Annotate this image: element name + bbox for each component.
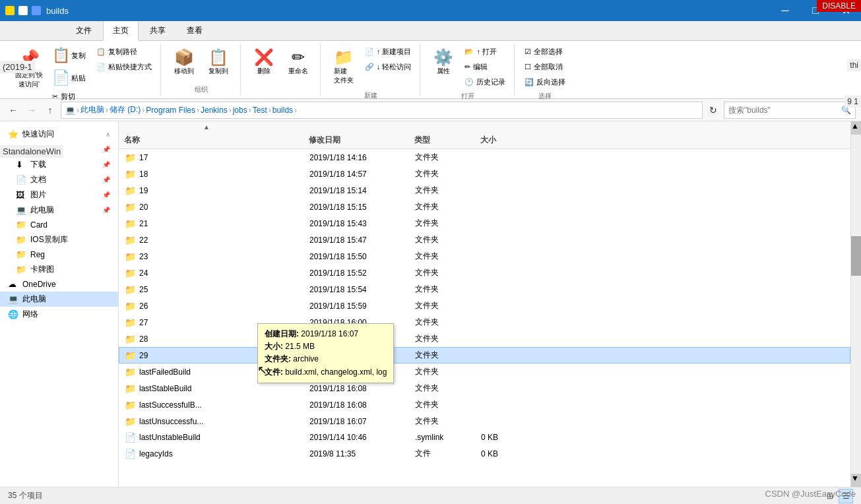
scrollbar-down[interactable]: ▼: [851, 474, 861, 487]
minimize-button[interactable]: ─: [770, 0, 800, 21]
col-date[interactable]: 修改日期: [309, 135, 414, 146]
file-type: 文件夹: [415, 234, 481, 245]
copy-to-button[interactable]: 📋 复制到: [202, 45, 235, 79]
sidebar-item-quick-access[interactable]: ⭐ 快速访问 ∧: [0, 127, 118, 142]
address-sep-5: ›: [249, 106, 251, 115]
table-row[interactable]: 📁 27 2019/1/18 16:00 文件夹: [119, 314, 850, 331]
props-button[interactable]: ⚙️ 属性: [427, 45, 460, 79]
sidebar-item-download[interactable]: ⬇ 下载 📌: [0, 157, 118, 172]
rename-button[interactable]: ✏ 重命名: [282, 45, 315, 79]
address-path[interactable]: 💻 › 此电脑 › 储存 (D:) › Program Files › Jenk…: [61, 102, 703, 119]
table-row[interactable]: 📁 23 2019/1/18 15:50 文件夹: [119, 248, 850, 265]
sidebar-item-thispc[interactable]: 💻 此电脑: [0, 292, 118, 307]
open-button[interactable]: 📂 ↑ 打开: [461, 45, 509, 59]
table-row[interactable]: 📁 19 2019/1/18 15:14 文件夹: [119, 182, 850, 199]
move-to-button[interactable]: 📦 移动到: [168, 45, 201, 79]
table-row[interactable]: 📁 28 2019/1/18 16:07 文件夹: [119, 331, 850, 347]
crumb-test[interactable]: Test: [253, 106, 267, 115]
file-name-col: 📁 22: [125, 235, 309, 245]
disable-button[interactable]: DISABLE: [817, 0, 861, 12]
open-icon: 📂: [464, 47, 474, 56]
crumb-pf[interactable]: Program Files: [146, 106, 195, 115]
file-list-header: 名称 修改日期 类型 大小: [119, 132, 850, 149]
col-name[interactable]: 名称: [124, 135, 309, 146]
file-list-scroll[interactable]: 📁 17 2019/1/18 14:16 文件夹 📁 18 2019/1/18 …: [119, 149, 850, 487]
new-item-icon: 📄: [365, 47, 374, 56]
copy-to-label: 复制到: [208, 67, 228, 76]
scrollbar-up[interactable]: ▲: [851, 121, 861, 135]
docs-icon: 📄: [16, 175, 26, 185]
table-row[interactable]: 📁 24 2019/1/18 15:52 文件夹: [119, 265, 850, 281]
left-edge-text2: StandaloneWin: [0, 145, 63, 158]
sidebar-item-cardgame[interactable]: 📁 卡牌图: [0, 262, 118, 277]
sidebar-item-ios[interactable]: 📁 IOS景制库: [0, 232, 118, 247]
reg-label: Reg: [30, 250, 110, 259]
forward-button[interactable]: →: [24, 102, 40, 118]
table-row[interactable]: 📁 20 2019/1/18 15:15 文件夹: [119, 199, 850, 215]
address-sep-4: ›: [229, 106, 232, 115]
table-row[interactable]: 📁 26 2019/1/18 15:59 文件夹: [119, 298, 850, 314]
table-row[interactable]: 📁 21 2019/1/18 15:43 文件夹: [119, 215, 850, 232]
select-all-button[interactable]: ☑ 全部选择: [521, 45, 569, 59]
file-name-text: 23: [139, 252, 148, 261]
col-type[interactable]: 类型: [414, 135, 480, 146]
back-button[interactable]: ←: [5, 102, 21, 118]
invert-button[interactable]: 🔄 反向选择: [521, 75, 569, 89]
new-folder-button[interactable]: 📁 新建文件夹: [327, 45, 360, 88]
docs-label: 文档: [30, 174, 98, 185]
select-col: ☑ 全部选择 ☐ 全部取消 🔄 反向选择: [521, 45, 569, 89]
tab-home[interactable]: 主页: [103, 20, 139, 41]
tab-file[interactable]: 文件: [66, 20, 102, 40]
col-size[interactable]: 大小: [480, 135, 533, 146]
table-row[interactable]: 📁 lastStableBuild 2019/1/18 16:08 文件夹: [119, 380, 850, 396]
crumb-thispc[interactable]: 此电脑: [80, 104, 104, 115]
sidebar-item-docs[interactable]: 📄 文档 📌: [0, 172, 118, 187]
file-name-text: legacyIds: [139, 449, 173, 458]
sidebar-item-network[interactable]: 🌐 网络: [0, 307, 118, 322]
copy-path-button[interactable]: 📋 复制路径: [93, 45, 155, 59]
quick-access-icon: ⭐: [8, 129, 18, 140]
tab-share[interactable]: 共享: [140, 20, 175, 40]
crumb-jobs[interactable]: jobs: [233, 106, 247, 115]
history-button[interactable]: 🕐 历史记录: [461, 75, 509, 89]
paste-shortcut-button[interactable]: 📄 粘贴快捷方式: [93, 60, 155, 74]
easy-access-button[interactable]: 🔗 ↓ 轻松访问: [362, 60, 415, 74]
file-icon: 📁: [125, 202, 135, 212]
file-list-container: ▲ 名称 修改日期 类型 大小 📁 17 2019/1/18 14:16 文件夹…: [119, 121, 850, 487]
table-row[interactable]: 📁 22 2019/1/18 15:47 文件夹: [119, 232, 850, 248]
refresh-button[interactable]: ↻: [705, 102, 721, 118]
table-row[interactable]: 📄 lastUnstableBuild 2019/1/14 10:46 .sym…: [119, 429, 850, 445]
select-none-button[interactable]: ☐ 全部取消: [521, 60, 569, 74]
tooltip-folder: 文件夹: archive: [265, 353, 387, 365]
sidebar-item-pictures[interactable]: 🖼 图片 📌: [0, 187, 118, 203]
docs-pin: 📌: [102, 176, 110, 183]
search-input[interactable]: [728, 106, 839, 115]
file-type: 文件夹: [415, 383, 481, 394]
sidebar-item-card[interactable]: 📁 Card: [0, 218, 118, 232]
crumb-drive[interactable]: 储存 (D:): [110, 104, 141, 115]
table-row[interactable]: 📁 29 2019/1/18 16:08 文件夹: [119, 347, 850, 363]
table-row[interactable]: 📁 17 2019/1/18 14:16 文件夹: [119, 149, 850, 166]
scrollbar-thumb[interactable]: [851, 236, 861, 276]
table-row[interactable]: 📁 lastFailedBuild 2019/1/18 15:52 文件夹: [119, 363, 850, 380]
crumb-jenkins[interactable]: Jenkins: [201, 106, 228, 115]
table-row[interactable]: 📄 legacyIds 2019/8 11:35 文件 0 KB: [119, 445, 850, 462]
table-row[interactable]: 📁 lastUnsuccessfu... 2019/1/18 16:07 文件夹: [119, 413, 850, 429]
delete-button[interactable]: ❌ 删除: [247, 45, 280, 79]
sidebar-item-thispc-quick[interactable]: 💻 此电脑 📌: [0, 203, 118, 218]
file-name-text: 19: [139, 186, 148, 195]
up-button[interactable]: ↑: [42, 102, 58, 118]
sidebar-item-onedrive[interactable]: ☁ OneDrive: [0, 277, 118, 292]
tab-view[interactable]: 查看: [177, 20, 212, 40]
sidebar-item-reg[interactable]: 📁 Reg: [0, 247, 118, 262]
paste-button[interactable]: 📄 粘贴: [49, 67, 89, 88]
crumb-builds[interactable]: builds: [272, 106, 293, 115]
edit-label: 编辑: [473, 62, 488, 72]
table-row[interactable]: 📁 18 2019/1/18 14:57 文件夹: [119, 166, 850, 182]
edit-button[interactable]: ✏ 编辑: [461, 60, 509, 74]
copy-button[interactable]: 📋 复制: [49, 45, 89, 66]
table-row[interactable]: 📁 25 2019/1/18 15:54 文件夹: [119, 281, 850, 298]
table-row[interactable]: 📁 lastSuccessfulB... 2019/1/18 16:08 文件夹: [119, 396, 850, 413]
copy-path-icon: 📋: [96, 47, 106, 56]
new-item-button[interactable]: 📄 ↑ 新建项目: [362, 45, 415, 59]
